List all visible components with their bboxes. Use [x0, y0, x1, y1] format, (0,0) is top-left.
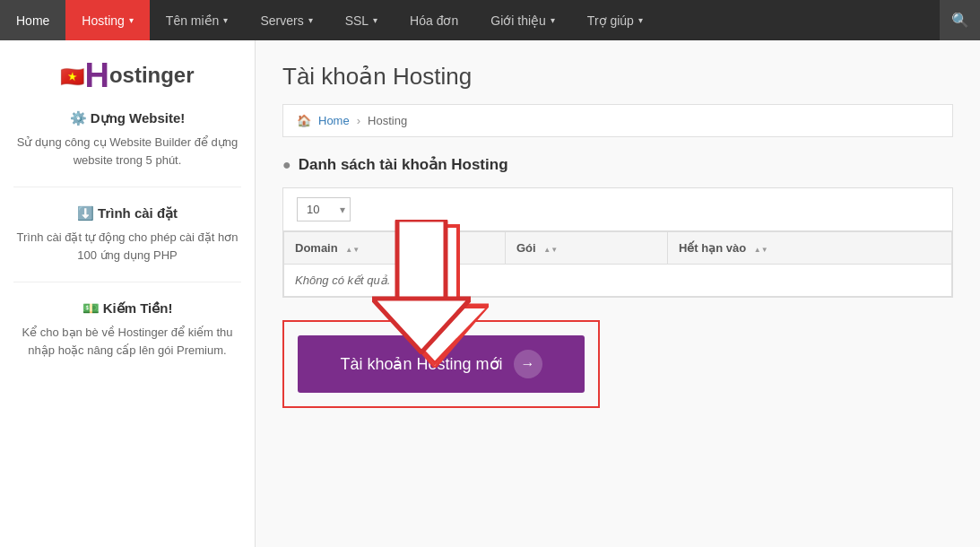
logo-rest: ostinger	[109, 65, 195, 86]
content-inner: Tài khoản Hosting 🏠 Home › Hosting ● Dan…	[282, 63, 953, 408]
sidebar-website-title: ⚙️ Dựng Website!	[13, 110, 241, 126]
logo-flag: 🇻🇳	[60, 65, 84, 89]
sidebar-installer: ⬇️ Trình cài đặt Trình cài đặt tự động c…	[13, 205, 241, 282]
nav-ten-mien[interactable]: Tên miền ▾	[150, 0, 245, 40]
nav-ssl[interactable]: SSL ▾	[329, 0, 394, 40]
sidebar-earn: 💵 Kiếm Tiền! Kể cho bạn bè về Hostinger …	[13, 300, 241, 377]
nav-tro-giup[interactable]: Trợ giúp ▾	[571, 0, 659, 40]
nav-servers[interactable]: Servers ▾	[244, 0, 328, 40]
page-title: Tài khoản Hosting	[282, 63, 953, 91]
main-content: Tài khoản Hosting 🏠 Home › Hosting ● Dan…	[256, 40, 980, 547]
main-layout: 🇻🇳 H ostinger ⚙️ Dựng Website! Sử dụng c…	[0, 40, 980, 547]
new-hosting-container: Tài khoản Hosting mới →	[282, 320, 600, 408]
download-icon: ⬇️	[77, 205, 94, 221]
gioi-thieu-arrow: ▾	[551, 15, 555, 25]
breadcrumb-home[interactable]: Home	[318, 114, 350, 127]
table-controls: 10 25 50 100	[283, 188, 952, 231]
per-page-wrapper: 10 25 50 100	[297, 197, 351, 221]
breadcrumb-current: Hosting	[368, 114, 407, 127]
new-hosting-label: Tài khoản Hosting mới	[340, 354, 502, 374]
table-header: Domain ▲▼ Gói ▲▼ Hết hạn vào ▲▼	[284, 232, 952, 265]
sidebar-website-desc: Sử dụng công cụ Website Builder để dựng …	[13, 134, 241, 169]
sidebar-earn-desc: Kể cho bạn bè về Hostinger để kiếm thu n…	[13, 324, 241, 359]
new-hosting-button[interactable]: Tài khoản Hosting mới →	[298, 335, 585, 393]
new-hosting-arrow-icon: →	[514, 350, 542, 378]
table-row-empty: Không có kết quả.	[284, 265, 952, 297]
sidebar-installer-desc: Trình cài đặt tự động cho phép cài đặt h…	[13, 229, 241, 264]
col-goi: Gói ▲▼	[506, 232, 668, 265]
domain-sort[interactable]: ▲▼	[345, 246, 360, 254]
table-area: 10 25 50 100 Domain ▲▼	[282, 187, 953, 298]
goi-sort[interactable]: ▲▼	[543, 246, 558, 254]
no-results-cell: Không có kết quả.	[284, 265, 952, 297]
sidebar-earn-title: 💵 Kiếm Tiền!	[13, 300, 241, 317]
navbar: Home Hosting ▾ Tên miền ▾ Servers ▾ SSL …	[0, 0, 980, 40]
money-icon: 💵	[82, 300, 100, 316]
hosting-table: Domain ▲▼ Gói ▲▼ Hết hạn vào ▲▼	[283, 231, 952, 297]
gear-icon: ⚙️	[70, 110, 87, 126]
nav-home[interactable]: Home	[0, 0, 65, 40]
col-het-han: Hết hạn vào ▲▼	[667, 232, 951, 265]
search-button[interactable]: 🔍	[940, 0, 980, 40]
servers-arrow: ▾	[308, 15, 313, 25]
het-han-sort[interactable]: ▲▼	[754, 246, 768, 254]
section-header: ● Danh sách tài khoản Hosting	[282, 155, 953, 174]
section-icon: ●	[282, 157, 291, 173]
hosting-dropdown-arrow: ▾	[129, 15, 134, 25]
home-icon: 🏠	[297, 114, 311, 127]
logo-h: H	[84, 58, 108, 92]
table-header-row: Domain ▲▼ Gói ▲▼ Hết hạn vào ▲▼	[284, 232, 952, 265]
nav-hosting[interactable]: Hosting ▾	[65, 0, 149, 40]
breadcrumb: 🏠 Home › Hosting	[282, 104, 953, 137]
per-page-select[interactable]: 10 25 50 100	[297, 197, 351, 221]
sidebar-installer-title: ⬇️ Trình cài đặt	[13, 205, 241, 221]
nav-hoa-don[interactable]: Hóa đơn	[394, 0, 474, 40]
tro-giup-arrow: ▾	[638, 15, 643, 25]
section-title: Danh sách tài khoản Hosting	[299, 155, 508, 174]
breadcrumb-separator: ›	[357, 114, 360, 127]
sidebar-website-builder: ⚙️ Dựng Website! Sử dụng công cụ Website…	[13, 110, 241, 187]
nav-gioi-thieu[interactable]: Giới thiệu ▾	[474, 0, 571, 40]
logo: 🇻🇳 H ostinger	[13, 58, 241, 92]
ten-mien-arrow: ▾	[223, 15, 228, 25]
col-domain: Domain ▲▼	[284, 232, 506, 265]
sidebar: 🇻🇳 H ostinger ⚙️ Dựng Website! Sử dụng c…	[0, 40, 256, 547]
table-body: Không có kết quả.	[284, 265, 952, 297]
ssl-arrow: ▾	[373, 15, 377, 25]
